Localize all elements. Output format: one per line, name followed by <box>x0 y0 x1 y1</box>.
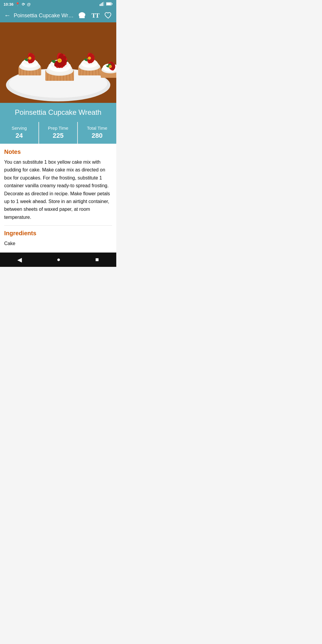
svg-point-10 <box>79 13 81 16</box>
svg-rect-1 <box>101 3 102 6</box>
prep-label: Prep Time <box>41 126 75 131</box>
svg-rect-6 <box>112 3 113 5</box>
back-button[interactable]: ← <box>4 12 11 19</box>
serving-stat: Serving 24 <box>0 122 39 144</box>
svg-point-74 <box>58 59 61 62</box>
status-left: 10:36 📍 ⟳ @ <box>4 2 31 7</box>
notes-text: You can substitute 1 box yellow cake mix… <box>4 158 112 221</box>
svg-rect-0 <box>100 4 100 6</box>
status-bar: 10:36 📍 ⟳ @ <box>0 0 116 9</box>
svg-rect-5 <box>106 3 111 5</box>
sync-icon: ⟳ <box>22 2 25 7</box>
notes-heading: Notes <box>4 148 112 155</box>
battery-icon <box>106 2 113 7</box>
svg-rect-2 <box>102 2 103 6</box>
svg-point-11 <box>83 13 85 16</box>
app-bar: ← Poinsettia Cupcake Wre... TT <box>0 9 116 22</box>
ingredients-heading: Ingredients <box>4 230 112 237</box>
app-bar-title: Poinsettia Cupcake Wre... <box>14 13 75 19</box>
nav-bar: ◀ ● ■ <box>0 253 116 267</box>
nav-home-button[interactable]: ● <box>57 256 60 263</box>
total-label: Total Time <box>80 126 114 131</box>
svg-point-116 <box>109 66 111 67</box>
nav-recent-button[interactable]: ■ <box>95 256 99 263</box>
at-icon: @ <box>27 2 31 7</box>
recipe-title-banner: Poinsettia Cupcake Wreath <box>0 103 116 122</box>
total-value: 280 <box>80 132 114 140</box>
svg-point-101 <box>89 57 90 59</box>
content-section: Notes You can substitute 1 box yellow ca… <box>0 144 116 253</box>
recipe-image <box>0 22 116 103</box>
prep-value: 225 <box>41 132 75 140</box>
signal-icon <box>100 2 105 7</box>
svg-rect-8 <box>79 17 85 18</box>
svg-point-42 <box>29 57 31 59</box>
chef-hat-button[interactable] <box>78 12 86 19</box>
time-display: 10:36 <box>4 2 13 7</box>
font-size-button[interactable]: TT <box>92 12 99 19</box>
svg-rect-3 <box>103 2 104 6</box>
nav-back-button[interactable]: ◀ <box>17 256 22 263</box>
favorite-button[interactable] <box>104 12 112 19</box>
total-time-stat: Total Time 280 <box>78 122 116 144</box>
prep-time-stat: Prep Time 225 <box>39 122 78 144</box>
status-right <box>100 2 113 7</box>
divider <box>4 225 112 226</box>
ingredients-first-item: Cake <box>4 240 112 247</box>
stats-row: Serving 24 Prep Time 225 Total Time 280 <box>0 122 116 144</box>
app-bar-icons: TT <box>78 12 112 19</box>
location-icon: 📍 <box>15 2 20 7</box>
serving-value: 24 <box>2 132 36 140</box>
serving-label: Serving <box>2 126 36 131</box>
recipe-title: Poinsettia Cupcake Wreath <box>15 108 101 116</box>
